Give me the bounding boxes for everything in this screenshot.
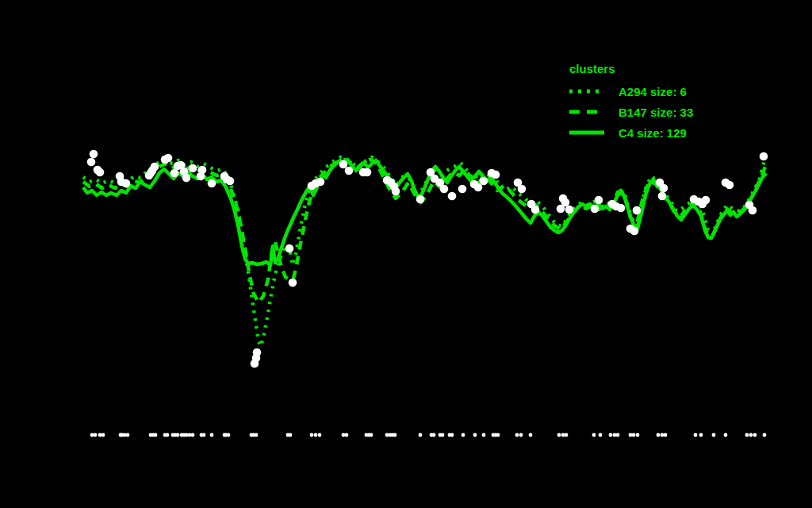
data-point-marker [316,178,325,187]
data-point-marker [760,152,768,161]
rug-tick-dot [202,433,206,437]
data-point-marker [87,158,96,167]
rug-tick-dot [154,433,158,437]
rug-tick-dot [699,433,703,437]
data-point-marker [474,183,483,192]
rug-tick-dot [712,433,716,437]
data-point-marker [440,185,449,194]
data-point-marker [492,171,500,179]
rug-tick-dot [393,433,397,437]
rug-tick-dot [191,433,195,437]
data-point-marker [480,177,488,186]
data-point-marker [285,244,294,253]
rug-tick-dot [694,433,698,437]
data-point-marker [726,181,734,190]
rug-tick-dot [441,433,445,437]
dashed-line-swatch-icon [569,109,604,115]
solid-line-swatch-icon [569,129,604,136]
legend-item-b147: B147 size: 33 [569,102,693,122]
data-point-marker [253,348,262,357]
data-point-marker [122,179,131,188]
rug-tick-dot [289,433,293,437]
rug-tick-dot [482,433,486,437]
data-point-marker [565,206,574,214]
rug-tick-dot [166,433,170,437]
rug-tick-dot [94,433,98,437]
data-point-marker [595,196,603,205]
data-point-marker [151,163,159,171]
rug-tick-dot [102,433,105,437]
data-point-marker [363,168,372,177]
data-point-marker [208,179,216,188]
data-point-marker [164,154,173,163]
legend-label-c4: C4 size: 129 [619,126,687,140]
dotted-line-swatch-icon [569,88,604,94]
rug-tick-dot [462,433,465,437]
rug-tick-dot [636,433,640,437]
chart: clusters A294 size: 6 B147 size: 33 C4 s… [0,0,812,508]
rug-tick-dot [419,433,423,437]
data-point-marker [226,177,235,186]
rug-tick-dot [529,433,533,437]
rug-tick-dot [599,433,603,437]
rug-tick-dot [616,433,620,437]
data-point-marker [458,185,467,194]
data-point-marker [660,184,668,193]
rug-tick-dot [724,433,728,437]
data-point-marker [345,167,354,175]
data-point-marker [749,206,757,215]
rug-tick-dot [749,433,753,437]
rug-tick-dot [496,433,500,437]
data-point-marker [189,164,197,173]
rug-tick-dot [632,433,636,437]
rug-tick-dot [664,433,668,437]
data-point-marker [198,166,207,175]
rug-tick-dot [557,433,561,437]
data-point-marker [416,195,425,204]
rug-tick-dot [176,433,180,437]
legend-label-a294: A294 size: 6 [619,85,687,98]
legend-item-c4: C4 size: 129 [569,122,693,143]
data-point-marker [289,279,297,287]
rug-tick-dot [210,433,214,437]
data-point-marker [702,196,710,205]
data-point-marker [392,187,400,196]
data-point-marker [182,174,191,183]
rug-tick-dot [345,433,349,437]
rug-tick-dot [592,433,596,437]
rug-tick-dot [432,433,436,437]
rug-tick-dot [609,433,613,437]
rug-tick-dot [763,433,767,437]
legend-item-a294: A294 size: 6 [569,81,693,102]
rug-tick-dot [255,433,259,437]
data-point-marker [633,206,642,215]
data-point-marker [531,206,540,214]
data-point-marker [90,150,98,159]
data-point-marker [339,160,348,169]
data-point-marker [518,185,527,194]
rug-tick-dot [753,433,757,437]
data-point-marker [630,227,639,236]
legend-label-b147: B147 size: 33 [619,106,693,119]
rug-tick-dot [227,433,231,437]
legend-title: clusters [569,62,693,76]
data-point-marker [591,205,599,214]
data-point-marker [658,192,667,201]
rug-tick-dot [370,433,373,437]
data-point-marker [96,168,105,177]
rug-tick-dot [473,433,477,437]
data-point-marker [617,204,626,213]
rug-tick-dot [310,433,314,437]
rug-tick-dot [519,433,523,437]
data-point-marker [448,192,457,201]
rug-tick-dot [657,433,661,437]
rug-tick-dot [318,433,322,437]
rug-tick-dot [314,433,318,437]
legend: clusters A294 size: 6 B147 size: 33 C4 s… [569,62,693,143]
rug-tick-dot [745,433,749,437]
data-point-marker [561,198,570,207]
rug-tick-dot [565,433,569,437]
rug-tick-dot [450,433,454,437]
rug-tick-dot [515,433,519,437]
rug-tick-dot [126,433,130,437]
